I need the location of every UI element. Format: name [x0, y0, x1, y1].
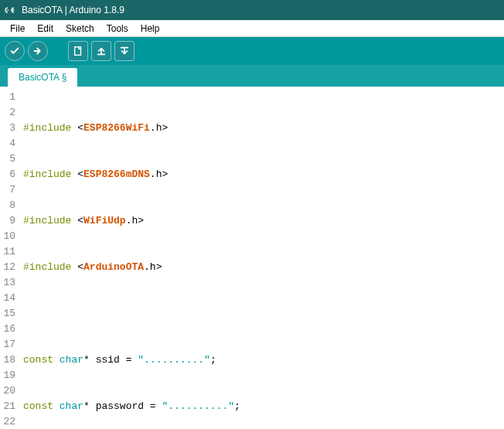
save-button[interactable] — [114, 41, 135, 61]
new-button[interactable] — [68, 41, 88, 61]
window-title: BasicOTA | Arduino 1.8.9 — [22, 5, 124, 15]
verify-button[interactable] — [5, 41, 25, 61]
menu-edit[interactable]: Edit — [32, 22, 59, 36]
menu-file[interactable]: File — [5, 22, 30, 36]
titlebar: BasicOTA | Arduino 1.8.9 — [0, 0, 504, 20]
tab-basicota[interactable]: BasicOTA § — [8, 68, 77, 87]
line-gutter: 12345678910111213141516171819202122 — [0, 87, 20, 429]
toolbar — [0, 37, 504, 65]
menu-tools[interactable]: Tools — [101, 22, 134, 36]
menu-sketch[interactable]: Sketch — [60, 22, 100, 36]
code-editor[interactable]: 12345678910111213141516171819202122 #inc… — [0, 87, 504, 429]
tab-strip: BasicOTA § — [0, 65, 504, 87]
upload-button[interactable] — [28, 41, 48, 61]
arduino-logo-icon — [5, 4, 17, 16]
svg-rect-0 — [75, 47, 81, 56]
menubar: File Edit Sketch Tools Help — [0, 20, 504, 37]
open-button[interactable] — [91, 41, 111, 61]
menu-help[interactable]: Help — [135, 22, 165, 36]
code-area[interactable]: #include <ESP8266WiFi.h> #include <ESP82… — [20, 87, 355, 429]
